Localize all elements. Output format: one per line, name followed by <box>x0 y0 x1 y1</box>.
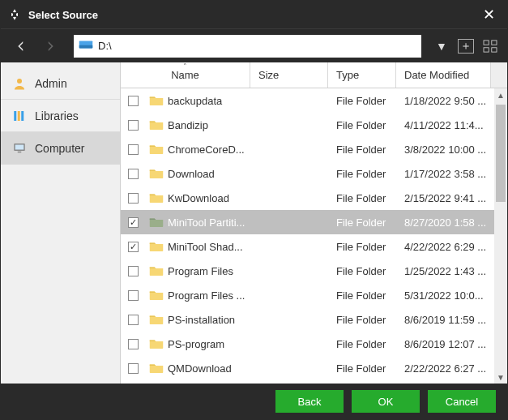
scrollbar[interactable]: ▲ ▼ <box>494 88 507 384</box>
checkbox[interactable] <box>128 217 139 228</box>
table-row[interactable]: PS-programFile Folder8/6/2019 12:07 ... <box>121 332 507 356</box>
row-checkbox-cell[interactable] <box>121 290 145 301</box>
new-folder-icon[interactable]: ＋ <box>457 38 475 54</box>
row-checkbox-cell[interactable] <box>121 363 145 374</box>
checkbox[interactable] <box>128 266 139 276</box>
row-checkbox-cell[interactable] <box>121 169 145 179</box>
checkbox[interactable] <box>128 363 139 374</box>
row-name: PS-program <box>168 338 250 350</box>
column-header-label: Type <box>336 69 359 81</box>
sidebar-item-computer[interactable]: Computer <box>1 132 120 165</box>
table-row[interactable]: DownloadFile Folder1/17/2022 3:58 ... <box>121 161 507 186</box>
row-name: ChromeCoreD... <box>168 144 250 156</box>
row-type: File Folder <box>328 265 396 277</box>
drive-icon <box>79 39 93 54</box>
row-checkbox-cell[interactable] <box>121 217 145 228</box>
scroll-down-icon[interactable]: ▼ <box>494 371 507 384</box>
column-header-label: Size <box>258 69 279 81</box>
row-date: 4/22/2022 6:29 ... <box>396 241 507 253</box>
svg-rect-1 <box>79 45 93 48</box>
row-checkbox-cell[interactable] <box>121 193 145 204</box>
column-header-size[interactable]: Size <box>250 62 328 88</box>
table-row[interactable]: ChromeCoreD...File Folder3/8/2022 10:00 … <box>121 137 507 161</box>
window-title: Select Source <box>28 9 476 21</box>
ok-button[interactable]: OK <box>352 390 420 413</box>
dropdown-icon[interactable]: ▼ <box>433 38 450 54</box>
folder-icon <box>145 289 168 301</box>
checkbox[interactable] <box>128 339 139 349</box>
sidebar: Admin Libraries Computer <box>1 62 121 384</box>
row-type: File Folder <box>328 119 396 131</box>
scroll-up-icon[interactable]: ▲ <box>494 88 507 101</box>
scrollbar-thumb[interactable] <box>496 105 506 202</box>
checkbox[interactable] <box>128 169 139 179</box>
cancel-button[interactable]: Cancel <box>428 390 496 413</box>
sidebar-item-label: Libraries <box>35 109 79 122</box>
column-headers: ˄ Name Size Type Date Modified <box>121 62 507 88</box>
sort-indicator-icon: ˄ <box>183 62 187 71</box>
forward-arrow-icon[interactable] <box>38 36 62 57</box>
row-date: 1/18/2022 9:50 ... <box>396 95 507 107</box>
checkbox[interactable] <box>128 120 139 131</box>
table-row[interactable]: KwDownloadFile Folder2/15/2022 9:41 ... <box>121 186 507 210</box>
body: Admin Libraries Computer ˄ Name <box>1 62 507 384</box>
row-date: 1/17/2022 3:58 ... <box>396 168 507 180</box>
checkbox[interactable] <box>128 315 139 325</box>
svg-rect-7 <box>14 111 16 121</box>
table-row[interactable]: Program Files ...File Folder5/31/2022 10… <box>121 283 507 307</box>
table-row[interactable]: BandizipFile Folder4/11/2022 11:4... <box>121 113 507 137</box>
row-date: 2/22/2022 6:27 ... <box>396 362 507 375</box>
row-date: 2/15/2022 9:41 ... <box>396 192 507 204</box>
row-checkbox-cell[interactable] <box>121 266 145 276</box>
svg-point-6 <box>17 79 22 84</box>
table-row[interactable]: PS-installationFile Folder8/6/2019 11:59… <box>121 307 507 332</box>
table-row[interactable]: QMDownloadFile Folder2/22/2022 6:27 ... <box>121 356 507 380</box>
navbar-right-controls: ▼ ＋ <box>433 38 499 54</box>
row-checkbox-cell[interactable] <box>121 144 145 155</box>
back-arrow-icon[interactable] <box>9 36 33 57</box>
row-checkbox-cell[interactable] <box>121 120 145 131</box>
computer-icon <box>12 141 27 156</box>
table-row[interactable]: Program FilesFile Folder1/25/2022 1:43 .… <box>121 259 507 283</box>
column-header-name[interactable]: ˄ Name <box>121 62 250 88</box>
table-row[interactable]: MiniTool Partiti...File Folder8/27/2020 … <box>121 210 507 234</box>
user-icon <box>12 76 27 91</box>
checkbox[interactable] <box>128 144 139 155</box>
folder-icon <box>145 192 168 204</box>
checkbox[interactable] <box>128 96 139 106</box>
checkbox[interactable] <box>128 242 139 252</box>
table-row[interactable]: backupdataFile Folder1/18/2022 9:50 ... <box>121 88 507 113</box>
column-header-label: Name <box>171 69 199 81</box>
row-date: 1/25/2022 1:43 ... <box>396 265 507 277</box>
svg-rect-8 <box>18 111 20 121</box>
column-header-type[interactable]: Type <box>328 62 396 88</box>
table-row[interactable]: MiniTool Shad...File Folder4/22/2022 6:2… <box>121 234 507 259</box>
svg-rect-4 <box>484 47 489 51</box>
folder-icon <box>145 216 168 228</box>
column-header-label: Date Modified <box>404 69 469 81</box>
folder-icon <box>145 144 168 155</box>
sidebar-item-label: Computer <box>35 142 84 155</box>
column-header-date[interactable]: Date Modified <box>396 62 491 88</box>
row-checkbox-cell[interactable] <box>121 339 145 349</box>
row-checkbox-cell[interactable] <box>121 242 145 252</box>
close-button[interactable]: ✕ <box>476 6 501 24</box>
row-type: File Folder <box>328 192 396 204</box>
row-name: Program Files ... <box>168 289 250 302</box>
sidebar-item-admin[interactable]: Admin <box>1 67 120 100</box>
row-checkbox-cell[interactable] <box>121 315 145 325</box>
row-type: File Folder <box>328 95 396 107</box>
view-grid-icon[interactable] <box>481 38 499 54</box>
path-box[interactable]: D:\ <box>74 35 421 58</box>
row-name: Bandizip <box>168 119 250 131</box>
row-checkbox-cell[interactable] <box>121 96 145 106</box>
checkbox[interactable] <box>128 290 139 301</box>
dialog-window: Select Source ✕ D:\ ▼ ＋ <box>0 0 508 420</box>
sidebar-item-libraries[interactable]: Libraries <box>1 100 120 132</box>
checkbox[interactable] <box>128 193 139 204</box>
row-type: File Folder <box>328 144 396 156</box>
svg-rect-11 <box>15 145 24 150</box>
file-list[interactable]: backupdataFile Folder1/18/2022 9:50 ...B… <box>121 88 507 384</box>
back-button[interactable]: Back <box>275 390 344 413</box>
row-name: MiniTool Shad... <box>168 241 250 253</box>
